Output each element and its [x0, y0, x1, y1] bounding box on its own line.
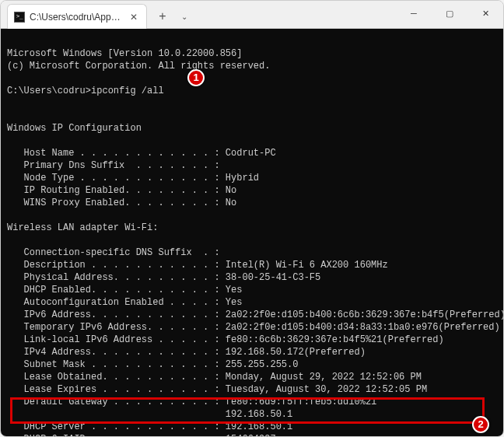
config-line: Physical Address. . . . . . . . . : 38-0…	[7, 272, 320, 283]
config-line: Node Type . . . . . . . . . . . . : Hybr…	[7, 173, 259, 184]
titlebar: C:\Users\codru\AppData\Roa ✕ + ⌄ ─ ▢ ✕	[1, 1, 503, 29]
tab-close-button[interactable]: ✕	[128, 11, 140, 23]
annotation-callout-2: 2	[472, 416, 489, 433]
cmd-icon	[14, 12, 25, 23]
terminal-output[interactable]: Microsoft Windows [Version 10.0.22000.85…	[1, 29, 503, 436]
config-line: Lease Expires . . . . . . . . . . : Tues…	[7, 384, 427, 395]
config-line: IPv6 Address. . . . . . . . . . . : 2a02…	[7, 309, 503, 320]
new-tab-button[interactable]: +	[152, 5, 173, 27]
active-tab[interactable]: C:\Users\codru\AppData\Roa ✕	[7, 4, 147, 29]
config-line: DHCP Server . . . . . . . . . . . : 192.…	[7, 421, 292, 432]
config-line: Subnet Mask . . . . . . . . . . . : 255.…	[7, 359, 298, 370]
maximize-button[interactable]: ▢	[432, 1, 467, 26]
config-line: WINS Proxy Enabled. . . . . . . . : No	[7, 198, 236, 208]
banner-line: (c) Microsoft Corporation. All rights re…	[7, 61, 270, 72]
config-line: Default Gateway . . . . . . . . . : fe80…	[7, 397, 376, 407]
minimize-button[interactable]: ─	[396, 1, 432, 26]
config-line: Host Name . . . . . . . . . . . . : Codr…	[7, 148, 276, 159]
config-line: IP Routing Enabled. . . . . . . . : No	[7, 185, 236, 196]
config-line: Temporary IPv6 Address. . . . . . : 2a02…	[7, 322, 500, 333]
config-line: Lease Obtained. . . . . . . . . . : Mond…	[7, 372, 422, 383]
config-line: 192.168.50.1	[7, 409, 292, 420]
tab-dropdown-button[interactable]: ⌄	[175, 5, 194, 27]
config-line: Primary Dns Suffix . . . . . . . :	[7, 160, 220, 171]
config-line: DHCPv6 IAID . . . . . . . . . . . : 1546…	[7, 434, 276, 436]
close-button[interactable]: ✕	[467, 1, 503, 26]
config-line: Connection-specific DNS Suffix . :	[7, 247, 220, 258]
banner-line: Microsoft Windows [Version 10.0.22000.85…	[7, 48, 242, 59]
section-header: Windows IP Configuration	[7, 123, 142, 134]
annotation-callout-1: 1	[187, 69, 205, 86]
config-line: IPv4 Address. . . . . . . . . . . : 192.…	[7, 347, 366, 358]
prompt-line: C:\Users\codru>ipconfig /all	[7, 86, 164, 96]
tab-title: C:\Users\codru\AppData\Roa	[30, 12, 123, 23]
config-line: Link-local IPv6 Address . . . . . : fe80…	[7, 334, 444, 345]
config-line: Description . . . . . . . . . . . : Inte…	[7, 260, 388, 271]
window-controls: ─ ▢ ✕	[396, 1, 503, 26]
config-line: Autoconfiguration Enabled . . . . : Yes	[7, 297, 242, 308]
adapter-header: Wireless LAN adapter Wi-Fi:	[7, 222, 158, 233]
config-line: DHCP Enabled. . . . . . . . . . . : Yes	[7, 285, 242, 295]
